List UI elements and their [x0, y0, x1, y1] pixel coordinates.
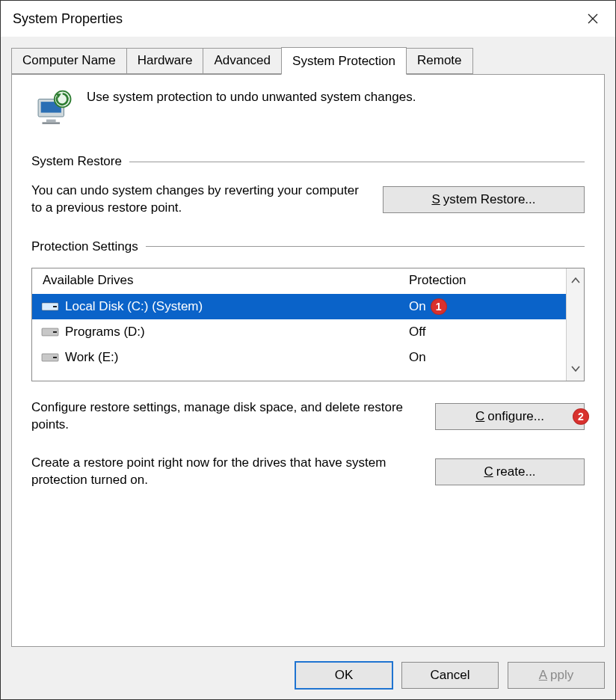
svg-rect-6 [53, 306, 57, 307]
tab-advanced[interactable]: Advanced [203, 48, 282, 74]
dialog-footer: OK Cancel Apply [1, 653, 615, 699]
divider [129, 162, 585, 162]
callout-badge: 1 [431, 298, 447, 315]
scroll-down-icon[interactable] [568, 361, 583, 376]
tab-system-protection[interactable]: System Protection [281, 47, 407, 75]
system-restore-icon [31, 88, 75, 132]
tab-computer-name[interactable]: Computer Name [11, 48, 127, 74]
intro-text: Use system protection to undo unwanted s… [87, 88, 416, 105]
system-restore-button[interactable]: System Restore... [383, 186, 585, 213]
divider [146, 246, 585, 247]
cancel-button[interactable]: Cancel [401, 662, 499, 689]
tab-hardware[interactable]: Hardware [126, 48, 204, 74]
system-restore-desc: You can undo system changes by reverting… [31, 182, 369, 217]
column-protection: Protection [409, 273, 558, 288]
client-area: Computer Name Hardware Advanced System P… [1, 37, 615, 653]
create-desc: Create a restore point right now for the… [31, 455, 422, 489]
system-restore-group: System Restore You can undo system chang… [31, 154, 585, 217]
drives-list: Available Drives Protection Local Disk (… [32, 268, 566, 381]
window-title: System Properties [13, 11, 123, 27]
drive-protection: Off [409, 325, 425, 340]
create-button[interactable]: Create... [435, 458, 585, 485]
drive-row[interactable]: Local Disk (C:) (System) On 1 [32, 294, 566, 319]
drive-protection: On [409, 299, 426, 314]
drive-icon [41, 351, 59, 363]
configure-button[interactable]: Configure... [435, 403, 585, 430]
system-protection-panel: Use system protection to undo unwanted s… [11, 74, 605, 647]
close-button[interactable] [579, 7, 606, 31]
drives-list-box: Available Drives Protection Local Disk (… [31, 268, 585, 381]
intro-row: Use system protection to undo unwanted s… [31, 88, 585, 132]
column-available-drives: Available Drives [43, 273, 409, 288]
drive-row[interactable]: Work (E:) On [32, 345, 566, 370]
close-icon [587, 13, 599, 25]
configure-desc: Configure restore settings, manage disk … [31, 399, 422, 434]
system-properties-window: System Properties Computer Name Hardware… [0, 0, 616, 700]
svg-rect-10 [53, 357, 57, 358]
drive-protection: On [409, 350, 426, 365]
drive-row[interactable]: Programs (D:) Off [32, 319, 566, 345]
svg-rect-3 [43, 122, 61, 124]
apply-button[interactable]: Apply [508, 662, 605, 689]
drive-name: Programs (D:) [65, 325, 145, 340]
system-restore-title: System Restore [31, 154, 122, 169]
drives-scrollbar[interactable] [566, 268, 584, 381]
drives-header: Available Drives Protection [32, 268, 566, 294]
configure-row: Configure restore settings, manage disk … [31, 399, 585, 434]
titlebar: System Properties [1, 1, 615, 37]
svg-rect-2 [46, 120, 56, 123]
drive-name: Local Disk (C:) (System) [65, 299, 203, 314]
protection-settings-title: Protection Settings [31, 239, 138, 254]
protection-settings-group: Protection Settings Available Drives Pro… [31, 239, 585, 495]
scroll-up-icon[interactable] [568, 273, 583, 288]
create-row: Create a restore point right now for the… [31, 455, 585, 489]
tab-remote[interactable]: Remote [406, 48, 473, 74]
drive-icon [41, 326, 59, 338]
svg-rect-8 [53, 331, 57, 333]
callout-badge: 2 [573, 408, 589, 425]
ok-button[interactable]: OK [295, 662, 392, 689]
tab-strip: Computer Name Hardware Advanced System P… [11, 47, 605, 74]
drive-name: Work (E:) [65, 350, 118, 365]
drive-icon [41, 301, 59, 313]
